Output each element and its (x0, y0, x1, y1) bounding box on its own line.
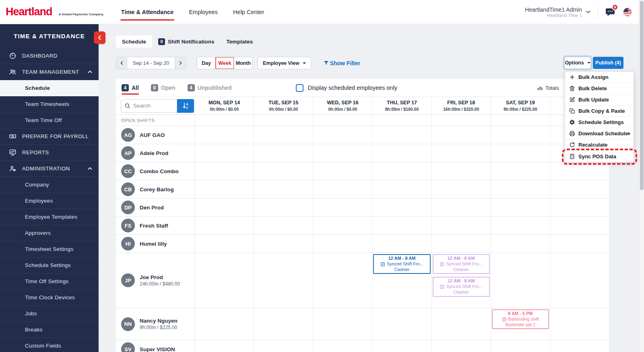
date-range[interactable]: Sep 14 - Sep 20 (127, 57, 175, 69)
tab[interactable]: Templates (221, 35, 259, 48)
schedule-cell[interactable] (254, 162, 313, 180)
schedule-cell[interactable] (372, 340, 431, 352)
sidebar-item[interactable]: Custom Fields (0, 338, 99, 352)
sidebar-item[interactable]: DASHBOARD (0, 48, 99, 64)
schedule-cell[interactable] (491, 199, 550, 216)
sidebar-item[interactable]: REPORTS (0, 145, 99, 161)
schedule-cell[interactable] (372, 180, 431, 198)
schedule-cell[interactable] (431, 340, 491, 352)
sidebar-item[interactable]: Team Timesheets (0, 96, 99, 112)
schedule-cell[interactable] (372, 199, 431, 216)
schedule-cell[interactable] (491, 126, 550, 144)
sidebar-item[interactable]: Employees (0, 193, 99, 209)
schedule-cell[interactable]: 12 AM - 8 AMSynced Shift Fro...Cleaner12… (431, 253, 491, 308)
schedule-cell[interactable]: 8 AM - 5 PMBartending shiftBartender job… (491, 308, 550, 340)
scrollbar-thumb[interactable] (640, 1, 644, 190)
menu-item[interactable]: Schedule Settings (565, 117, 634, 128)
view-button[interactable]: Week (215, 57, 234, 69)
schedule-cell[interactable] (550, 308, 609, 340)
sidebar-item[interactable]: Time Off Settings (0, 273, 99, 290)
schedule-cell[interactable] (254, 126, 313, 144)
schedule-cell[interactable] (313, 217, 372, 234)
schedule-cell[interactable] (313, 253, 372, 308)
schedule-cell[interactable] (431, 126, 491, 144)
schedule-cell[interactable] (313, 115, 372, 126)
sidebar-item[interactable]: PREPARE FOR PAYROLL (0, 128, 99, 145)
sidebar-item[interactable]: Approvers (0, 225, 99, 241)
schedule-cell[interactable] (491, 217, 550, 234)
sidebar-item[interactable]: Timesheet Settings (0, 241, 99, 257)
filter-tab[interactable]: 4 Unpublished (188, 79, 232, 97)
menu-item[interactable]: Recalculate (565, 139, 634, 151)
employee-view-dropdown[interactable]: Employee View (258, 57, 311, 69)
schedule-cell[interactable] (194, 126, 254, 144)
shift-card[interactable]: 12 AM - 8 AMSynced Shift Fro...Cashier (373, 254, 430, 274)
schedule-cell[interactable] (313, 340, 372, 352)
sidebar-item[interactable]: Employee Templates (0, 209, 99, 225)
schedule-cell[interactable] (431, 199, 491, 216)
sidebar-item[interactable]: Jobs (0, 306, 99, 322)
menu-item[interactable]: Bulk Assign (565, 72, 634, 83)
view-button[interactable]: Day (197, 57, 215, 69)
schedule-cell[interactable] (550, 340, 609, 352)
schedule-cell[interactable] (194, 144, 254, 162)
next-week-button[interactable] (175, 57, 186, 69)
display-scheduled-checkbox[interactable] (296, 84, 303, 92)
menu-item[interactable]: Sync POS Data (565, 151, 634, 162)
schedule-cell[interactable] (431, 162, 491, 180)
schedule-cell[interactable] (372, 308, 431, 340)
schedule-cell[interactable] (550, 235, 609, 253)
schedule-cell[interactable] (254, 180, 313, 198)
language-flag-icon[interactable] (623, 8, 632, 17)
schedule-cell[interactable] (491, 180, 550, 198)
schedule-cell[interactable] (254, 340, 313, 352)
schedule-cell[interactable] (550, 162, 609, 180)
schedule-cell[interactable] (313, 180, 372, 198)
schedule-cell[interactable] (254, 235, 313, 253)
schedule-cell[interactable] (254, 199, 313, 216)
schedule-cell[interactable] (313, 235, 372, 253)
schedule-cell[interactable] (194, 162, 254, 180)
schedule-cell[interactable] (491, 115, 550, 126)
schedule-cell[interactable] (491, 144, 550, 162)
schedule-cell[interactable] (254, 253, 313, 308)
totals-toggle[interactable]: Totals (537, 79, 559, 97)
tab[interactable]: Schedule (116, 35, 152, 48)
sidebar-item[interactable]: Schedule (0, 80, 99, 96)
menu-item[interactable]: Bulk Delete (565, 83, 634, 94)
filter-tab[interactable]: 4 All (122, 79, 139, 97)
schedule-cell[interactable] (194, 253, 254, 308)
options-button[interactable]: Options (564, 57, 591, 69)
schedule-cell[interactable] (550, 199, 609, 216)
chevron-down-icon[interactable] (585, 9, 591, 15)
sidebar-item[interactable]: Time Clock Devices (0, 290, 99, 306)
top-nav-item[interactable]: Help Center (232, 7, 265, 17)
top-nav-item[interactable]: Time & Attendance (120, 7, 175, 17)
schedule-cell[interactable] (372, 144, 431, 162)
schedule-cell[interactable] (372, 217, 431, 234)
schedule-cell[interactable] (491, 340, 550, 352)
schedule-cell[interactable] (372, 115, 431, 126)
schedule-cell[interactable] (194, 308, 254, 340)
user-menu[interactable]: HeartlandTime1 Admin Heartland Time 1 (525, 6, 582, 18)
publish-button[interactable]: Publish (4) (593, 57, 623, 69)
sidebar-collapse-button[interactable] (94, 31, 105, 44)
menu-item[interactable]: Bulk Update (565, 94, 634, 106)
schedule-cell[interactable] (550, 253, 609, 308)
vertical-scrollbar[interactable] (639, 0, 644, 352)
schedule-cell[interactable] (254, 115, 313, 126)
schedule-cell[interactable] (194, 340, 254, 352)
schedule-cell[interactable] (194, 180, 254, 198)
schedule-cell[interactable] (194, 115, 254, 126)
show-filter-button[interactable]: Show Filter (323, 60, 360, 66)
sidebar-item[interactable]: ADMINISTRATION (0, 161, 99, 177)
shift-card[interactable]: 8 AM - 5 PMBartending shiftBartender job… (492, 309, 549, 329)
schedule-cell[interactable] (431, 235, 491, 253)
schedule-cell[interactable] (372, 126, 431, 144)
sidebar-item[interactable]: Team Time Off (0, 112, 99, 128)
schedule-cell[interactable] (431, 217, 491, 234)
menu-item[interactable]: Bulk Copy & Paste (565, 106, 634, 117)
schedule-cell[interactable] (372, 162, 431, 180)
schedule-cell[interactable] (491, 253, 550, 308)
shift-card[interactable]: 12 AM - 8 AMSynced Shift Fro...Cleaner (433, 254, 490, 274)
